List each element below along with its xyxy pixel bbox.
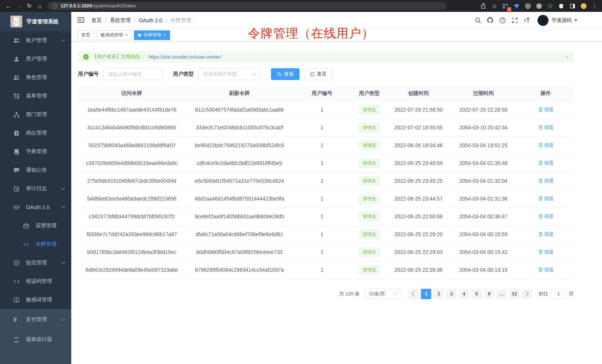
sidebar-item-post-management[interactable]: 岗位管理: [0, 124, 71, 142]
sidebar-item-error-code[interactable]: 错误码管理: [0, 272, 71, 291]
tab-close-icon[interactable]: ×: [125, 33, 128, 38]
sidebar-item-sms-management[interactable]: 短信管理: [0, 254, 71, 272]
extension-badge: 9: [507, 7, 511, 11]
alert-doc-link[interactable]: https://doc.iocoder.cn/user-center/: [148, 54, 221, 60]
split-window-icon[interactable]: [569, 2, 576, 10]
browser-home-icon[interactable]: ⌂: [35, 1, 45, 11]
force-logout-label: 强退: [544, 160, 554, 166]
bookmark-star-icon[interactable]: ☆: [491, 2, 498, 10]
alert-close-icon[interactable]: ×: [565, 54, 569, 60]
goto-page-input[interactable]: [551, 289, 566, 299]
help-icon[interactable]: [496, 12, 508, 29]
refresh-token-cell: 811c530487574fa0af1a59d3abc1aa66: [186, 101, 293, 119]
prev-page-button[interactable]: [408, 289, 419, 299]
breadcrumb-item[interactable]: OAuth 2.0: [139, 17, 162, 23]
github-icon[interactable]: [484, 12, 496, 29]
page-button-3[interactable]: 3: [446, 289, 457, 299]
sidebar-item-audit-log[interactable]: 审计日志: [0, 179, 71, 198]
page-button-6[interactable]: 6: [484, 289, 494, 299]
force-logout-button[interactable]: 强退: [538, 249, 554, 255]
column-header: 用户编号: [293, 86, 351, 101]
user-type-select[interactable]: 请选择用户类型: [198, 68, 261, 80]
force-logout-button[interactable]: 强退: [538, 231, 554, 238]
table-row: 6d842e2924594de9a09e45e087323abe8796295f…: [78, 261, 574, 279]
sidebar-item-role-management[interactable]: 角色管理: [0, 68, 71, 87]
tab-敏感词管理[interactable]: 敏感词管理×: [96, 30, 132, 40]
sidebar-item-pay-management[interactable]: ¥支付管理: [0, 310, 71, 330]
force-logout-button[interactable]: 强退: [538, 267, 554, 273]
extension-grid-icon[interactable]: 9: [502, 2, 509, 10]
puzzle-extension-icon[interactable]: [557, 2, 565, 10]
page-button-2[interactable]: 2: [433, 289, 444, 299]
browser-address-bar[interactable]: i 127.0.0.1:1024/system/oauth2/token: [48, 2, 446, 10]
user-avatar[interactable]: [537, 15, 549, 26]
chevron-down-icon: [61, 188, 65, 190]
circle-command-extension-icon[interactable]: [524, 2, 531, 10]
sidebar-item-label: 短信管理: [26, 259, 47, 266]
created-time-cell: 2022-07-29 21:58:50: [388, 101, 449, 119]
force-logout-button[interactable]: 强退: [538, 213, 554, 220]
reset-button[interactable]: 重置: [304, 68, 333, 80]
tab-令牌管理[interactable]: 令牌管理×: [134, 30, 170, 40]
force-logout-button[interactable]: 强退: [538, 106, 554, 113]
font-size-icon[interactable]: TT: [521, 12, 533, 29]
page-button-12[interactable]: 12: [509, 289, 520, 299]
circle-record-extension-icon[interactable]: [535, 2, 543, 10]
app-logo-bar[interactable]: 芋道管理系统: [0, 12, 71, 31]
table-row: 275e5de9151045fe87cbdc395e004f4de6cfd40e…: [78, 172, 574, 190]
breadcrumb-item[interactable]: 首页: [91, 17, 102, 24]
caret-down-icon[interactable]: [574, 19, 578, 21]
table-row: b0d1785bc3a8482f812db4a3f3bd15ecb0df4980…: [78, 243, 574, 261]
sidebar-collapse-icon[interactable]: [77, 17, 85, 24]
sidebar-item-oauth2[interactable]: OAuth 2.0: [0, 198, 71, 216]
force-logout-button[interactable]: 强退: [538, 124, 554, 131]
browser-menu-icon[interactable]: ⋮: [591, 2, 598, 10]
sidebar-item-oauth2-token[interactable]: 令牌管理: [0, 235, 71, 254]
user-icon: [13, 56, 20, 62]
search-button[interactable]: 搜索: [271, 68, 300, 80]
search-icon[interactable]: [472, 12, 484, 29]
table-row: c347026e805e4d99b0d116eae66eda8ccdfc4ce9…: [78, 154, 574, 172]
next-page-button[interactable]: [522, 289, 532, 299]
action-cell: 强退: [518, 119, 574, 136]
page-button-1[interactable]: 1: [421, 289, 431, 299]
force-logout-button[interactable]: 强退: [538, 160, 554, 166]
sidebar-item-user-management[interactable]: 用户管理: [0, 50, 71, 68]
sidebar-item-dept-management[interactable]: 部门管理: [0, 105, 71, 124]
user-id-cell: 1: [293, 208, 351, 225]
edit-icon: [13, 186, 20, 192]
sidebar-item-notice[interactable]: 通知公告: [0, 161, 71, 179]
sidebar-item-tenant-management[interactable]: 租户管理: [0, 31, 71, 50]
sidebar-item-sensitive-word[interactable]: 敏感词管理: [0, 291, 71, 309]
browser-back-icon[interactable]: ←: [4, 1, 13, 11]
page-size-select[interactable]: 10条/页: [365, 289, 400, 299]
green-star-extension-icon[interactable]: [546, 2, 554, 10]
user-type-badge: 管理员: [359, 105, 380, 115]
force-logout-button[interactable]: 强退: [538, 178, 554, 184]
share-icon[interactable]: [480, 2, 487, 10]
breadcrumb-item[interactable]: 系统管理: [110, 17, 131, 24]
more-pages-button[interactable]: ...: [497, 289, 507, 299]
browser-forward-icon[interactable]: →: [14, 1, 24, 11]
force-logout-label: 强退: [544, 142, 554, 149]
force-logout-button[interactable]: 强退: [538, 142, 554, 149]
table-row: 1ea5e44f8bc1467aaede43144f31de76811c5304…: [78, 101, 574, 119]
goto-page: 前往 页: [539, 289, 574, 299]
tab-首页[interactable]: 首页: [77, 30, 94, 40]
browser-reload-icon[interactable]: ↻: [24, 1, 34, 11]
gem-extension-icon[interactable]: [513, 2, 520, 10]
smiley-profile-icon[interactable]: [580, 2, 587, 10]
fullscreen-icon[interactable]: [508, 12, 521, 29]
sidebar-item-dict-management[interactable]: 字典管理: [0, 142, 71, 161]
site-info-icon[interactable]: i: [53, 4, 58, 9]
page-button-5[interactable]: 5: [471, 289, 482, 299]
sidebar-item-menu-management[interactable]: 菜单管理: [0, 87, 71, 105]
sidebar-item-report-designer[interactable]: 报表设计器: [0, 330, 71, 350]
tab-close-icon[interactable]: ×: [163, 33, 166, 38]
sidebar-item-oauth2-application[interactable]: 应用管理: [0, 216, 71, 235]
user-id-input[interactable]: [103, 68, 163, 80]
force-logout-button[interactable]: 强退: [538, 195, 554, 202]
user-name[interactable]: 芋道源码: [552, 17, 572, 24]
page-button-4[interactable]: 4: [459, 289, 469, 299]
user-type-badge: 管理员: [359, 230, 380, 239]
